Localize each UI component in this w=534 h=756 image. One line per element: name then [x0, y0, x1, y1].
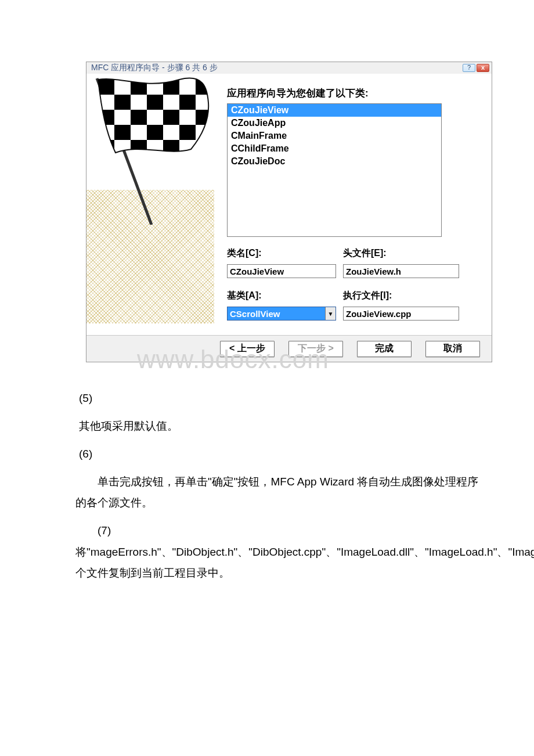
cancel-button[interactable]: 取消 [425, 341, 480, 357]
list-item[interactable]: CChildFrame [228, 142, 441, 155]
svg-rect-1 [98, 80, 114, 95]
list-item[interactable]: CMainFrame [228, 129, 441, 142]
header-file-label: 头文件[E]: [343, 247, 459, 261]
chevron-down-icon[interactable]: ▼ [325, 307, 335, 320]
window-title: MFC 应用程序向导 - 步骤 6 共 6 步 [91, 63, 218, 73]
svg-rect-3 [163, 80, 179, 95]
svg-rect-15 [98, 140, 114, 155]
dialog-body: 应用程序向导为您创建了以下类: CZouJieView CZouJieApp C… [86, 74, 492, 335]
list-item[interactable]: CZouJieApp [228, 117, 441, 129]
list-item[interactable]: CZouJieDoc [228, 155, 441, 168]
header-file-input[interactable] [343, 264, 459, 278]
base-class-select[interactable]: CScrollView ▼ [227, 307, 336, 321]
svg-rect-5 [114, 95, 131, 110]
finish-button[interactable]: 完成 [357, 341, 412, 357]
next-button: 下一步 > [288, 341, 343, 357]
para-7-content: (7)将"mageErrors.h"、"DibObject.h"、"DibObj… [75, 520, 482, 583]
document-text: (5) 其他项采用默认值。 (6) 单击完成按钮，再单击"确定"按钮，MFC A… [79, 388, 474, 591]
right-panel: 应用程序向导为您创建了以下类: CZouJieView CZouJieApp C… [214, 74, 492, 335]
svg-rect-8 [98, 110, 114, 125]
base-class-value: CScrollView [228, 308, 325, 319]
svg-rect-12 [114, 125, 131, 140]
svg-rect-9 [131, 110, 147, 125]
flag-image [86, 74, 214, 225]
svg-rect-6 [147, 95, 163, 110]
classes-listbox[interactable]: CZouJieView CZouJieApp CMainFrame CChild… [227, 103, 442, 237]
class-name-input[interactable] [227, 264, 336, 278]
classes-label: 应用程序向导为您创建了以下类: [227, 87, 478, 100]
impl-file-label: 执行文件[I]: [343, 290, 459, 303]
base-class-label: 基类[A]: [227, 290, 336, 303]
svg-rect-10 [163, 110, 179, 125]
button-row: < 上一步 下一步 > 完成 取消 [86, 335, 492, 362]
svg-rect-14 [179, 125, 196, 140]
svg-rect-11 [196, 110, 212, 125]
prev-button[interactable]: < 上一步 [220, 341, 275, 357]
svg-rect-4 [196, 80, 212, 95]
fields-grid: 类名[C]: 头文件[E]: 基类[A]: 执行文件[I]: CScrollVi… [227, 247, 478, 321]
title-bar: MFC 应用程序向导 - 步骤 6 共 6 步 ? x [86, 62, 492, 74]
title-bar-buttons: ? x [463, 64, 489, 72]
svg-rect-17 [163, 140, 179, 155]
svg-rect-7 [179, 95, 196, 110]
para-6: (6) [79, 444, 474, 465]
list-item[interactable]: CZouJieView [228, 104, 441, 117]
para-5: (5) [79, 388, 474, 409]
dialog-window: MFC 应用程序向导 - 步骤 6 共 6 步 ? x [86, 62, 492, 362]
svg-rect-16 [131, 140, 147, 155]
class-name-label: 类名[C]: [227, 247, 336, 261]
impl-file-input[interactable] [343, 307, 459, 321]
help-button[interactable]: ? [463, 64, 475, 72]
close-button[interactable]: x [477, 64, 489, 72]
para-5-content: 其他项采用默认值。 [79, 416, 474, 437]
svg-rect-13 [147, 125, 163, 140]
para-6-content: 单击完成按钮，再单击"确定"按钮，MFC App Wizard 将自动生成图像处… [75, 471, 482, 513]
left-panel [86, 74, 214, 335]
